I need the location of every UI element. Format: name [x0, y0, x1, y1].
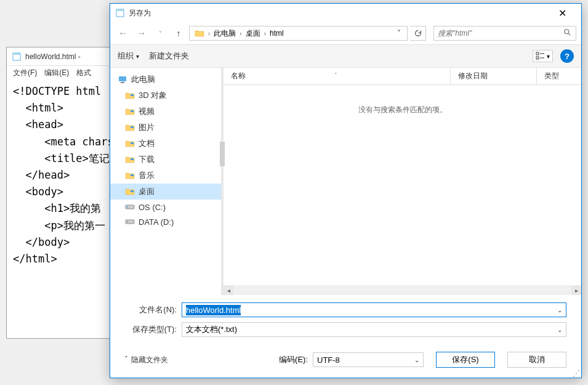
- breadcrumb-root-icon[interactable]: [192, 27, 207, 39]
- navigation-tree[interactable]: 此电脑 3D 对象 视频 图片 文档 下载: [110, 68, 221, 295]
- menu-format[interactable]: 格式: [73, 67, 95, 79]
- svg-point-20: [127, 206, 128, 208]
- svg-rect-14: [131, 126, 134, 128]
- chevron-down-icon: ▾: [136, 53, 139, 60]
- dialog-titlebar[interactable]: 另存为 ✕: [110, 4, 581, 22]
- sort-indicator-icon: ˆ: [335, 73, 337, 79]
- menu-file[interactable]: 文件(F): [9, 67, 41, 79]
- scroll-track[interactable]: [233, 285, 571, 295]
- svg-rect-7: [536, 57, 539, 59]
- form-area: 文件名(N): helloWorld.html ⌄ 保存类型(T): 文本文档(…: [110, 295, 581, 347]
- save-button[interactable]: 保存(S): [436, 352, 495, 368]
- encoding-select[interactable]: UTF-8 ⌄: [313, 352, 424, 367]
- svg-rect-18: [131, 190, 134, 192]
- hide-folders-toggle[interactable]: ˆ 隐藏文件夹: [125, 355, 168, 365]
- file-list[interactable]: 没有与搜索条件匹配的项。: [224, 85, 581, 285]
- svg-rect-6: [536, 52, 539, 55]
- save-as-dialog: 另存为 ✕ ← → ˅ ↑ › 此电脑 › 桌面 › html ˅: [110, 3, 582, 378]
- folder-icon: [125, 107, 135, 116]
- cancel-button[interactable]: 取消: [507, 352, 566, 368]
- dialog-title: 另存为: [129, 8, 548, 18]
- recent-dropdown[interactable]: ˅: [152, 25, 168, 41]
- svg-rect-16: [131, 158, 134, 160]
- chevron-right-icon[interactable]: ›: [207, 30, 211, 37]
- drive-icon: [125, 202, 135, 212]
- breadcrumb-item[interactable]: 此电脑: [211, 27, 238, 40]
- folder-icon: [125, 139, 135, 148]
- computer-icon: [118, 75, 127, 84]
- scroll-left-button[interactable]: ◂: [224, 285, 233, 295]
- column-date[interactable]: 修改日期: [451, 68, 537, 84]
- tree-item-this-pc[interactable]: 此电脑: [110, 71, 221, 87]
- tree-item-drive-d[interactable]: DATA (D:): [110, 214, 221, 229]
- column-type[interactable]: 类型: [537, 68, 581, 84]
- empty-message: 没有与搜索条件匹配的项。: [358, 105, 447, 115]
- svg-line-5: [568, 33, 571, 35]
- tree-item-videos[interactable]: 视频: [110, 103, 221, 120]
- view-options-button[interactable]: ▾: [533, 50, 553, 62]
- search-input[interactable]: [438, 29, 563, 38]
- svg-rect-1: [13, 53, 20, 55]
- tree-item-drive-c[interactable]: OS (C:): [110, 200, 221, 214]
- tree-item-3d-objects[interactable]: 3D 对象: [110, 87, 221, 103]
- back-button[interactable]: ←: [115, 25, 131, 41]
- breadcrumb-item[interactable]: 桌面: [243, 27, 263, 40]
- svg-rect-17: [131, 174, 134, 176]
- filetype-select[interactable]: 文本文档(*.txt) ⌄: [182, 322, 566, 337]
- close-button[interactable]: ✕: [548, 4, 576, 22]
- notepad-icon: [115, 8, 125, 18]
- svg-rect-15: [131, 142, 134, 144]
- search-icon[interactable]: [563, 28, 572, 39]
- folder-icon: [125, 123, 135, 132]
- chevron-right-icon[interactable]: ›: [238, 30, 243, 37]
- folder-icon: [125, 187, 135, 197]
- tree-item-documents[interactable]: 文档: [110, 136, 221, 152]
- svg-rect-12: [131, 94, 134, 96]
- folder-icon: [125, 171, 135, 180]
- svg-rect-3: [116, 9, 124, 11]
- chevron-up-icon: ˆ: [125, 355, 127, 364]
- file-list-header: 名称 ˆ 修改日期 类型: [224, 68, 581, 85]
- tree-item-downloads[interactable]: 下载: [110, 152, 221, 168]
- scroll-right-button[interactable]: ▸: [571, 285, 581, 295]
- filename-label: 文件名(N):: [125, 304, 182, 315]
- chevron-right-icon[interactable]: ›: [263, 30, 267, 37]
- filename-input[interactable]: helloWorld.html ⌄: [182, 302, 566, 317]
- dialog-body: 此电脑 3D 对象 视频 图片 文档 下载: [110, 68, 581, 295]
- dialog-toolbar: 组织 ▾ 新建文件夹 ▾ ?: [110, 44, 581, 68]
- resize-grip[interactable]: ⋰: [573, 369, 580, 376]
- help-button[interactable]: ?: [560, 49, 574, 63]
- svg-rect-11: [121, 82, 124, 83]
- breadcrumb-path[interactable]: › 此电脑 › 桌面 › html ˅: [189, 26, 408, 41]
- organize-button[interactable]: 组织 ▾: [118, 51, 139, 62]
- chevron-down-icon: ⌄: [414, 357, 419, 363]
- svg-rect-10: [119, 76, 126, 81]
- chevron-down-icon[interactable]: ⌄: [557, 307, 562, 314]
- horizontal-scrollbar[interactable]: ◂ ▸: [224, 285, 581, 295]
- svg-rect-13: [131, 110, 134, 112]
- up-button[interactable]: ↑: [171, 25, 187, 41]
- navigation-bar: ← → ˅ ↑ › 此电脑 › 桌面 › html ˅: [110, 22, 581, 44]
- svg-point-4: [565, 29, 569, 33]
- column-name[interactable]: 名称 ˆ: [224, 68, 451, 84]
- tree-item-pictures[interactable]: 图片: [110, 120, 221, 136]
- file-list-pane: 名称 ˆ 修改日期 类型 没有与搜索条件匹配的项。 ◂ ▸: [224, 68, 581, 295]
- new-folder-button[interactable]: 新建文件夹: [149, 51, 189, 62]
- menu-edit[interactable]: 编辑(E): [41, 67, 73, 79]
- tree-item-desktop[interactable]: 桌面: [110, 184, 221, 200]
- filetype-label: 保存类型(T):: [125, 324, 182, 335]
- encoding-label: 编码(E):: [279, 354, 308, 365]
- notepad-title: helloWorld.html -: [25, 52, 81, 61]
- button-area: ˆ 隐藏文件夹 编码(E): UTF-8 ⌄ 保存(S) 取消: [110, 347, 581, 378]
- notepad-icon: [12, 52, 22, 62]
- refresh-button[interactable]: [410, 26, 426, 41]
- breadcrumb-item[interactable]: html: [267, 28, 286, 39]
- forward-button[interactable]: →: [134, 25, 150, 41]
- svg-point-22: [127, 221, 128, 222]
- chevron-down-icon: ⌄: [557, 326, 562, 333]
- breadcrumb-dropdown[interactable]: ˅: [393, 29, 405, 38]
- tree-item-music[interactable]: 音乐: [110, 168, 221, 184]
- search-box[interactable]: [433, 26, 576, 41]
- drive-icon: [125, 217, 135, 227]
- folder-icon: [125, 155, 135, 164]
